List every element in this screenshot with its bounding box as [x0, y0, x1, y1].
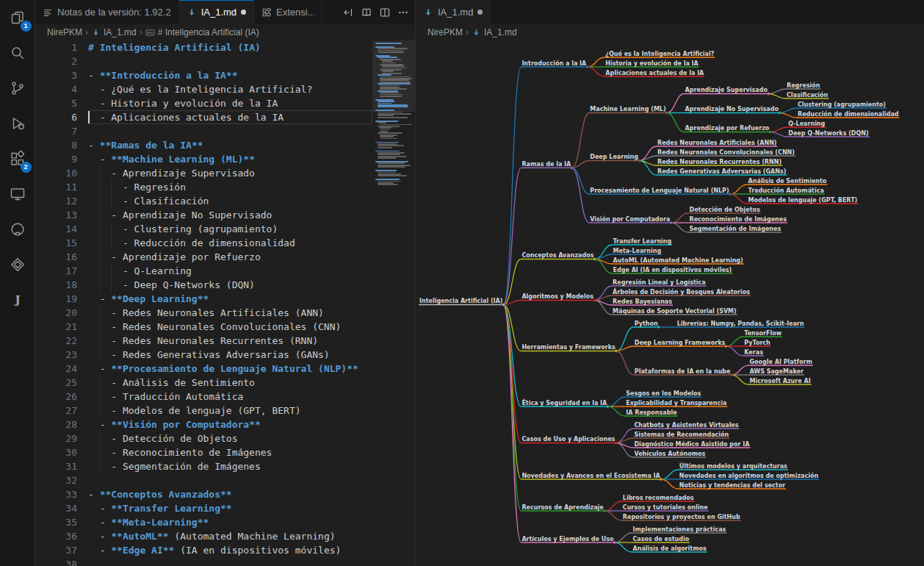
- code-line[interactable]: - ¿Qué es la Inteligencia Artificial?: [88, 82, 372, 96]
- code-line[interactable]: - Clasificación: [88, 194, 372, 208]
- mindmap-node-label[interactable]: Repositorios y proyectos en GitHub: [623, 514, 740, 520]
- mindmap-node-label[interactable]: Regresión Lineal y Logística: [613, 279, 706, 286]
- mindmap-node-label[interactable]: Meta-Learning: [613, 248, 662, 254]
- markdown-editor[interactable]: 1234567891011121314151617181920212223242…: [35, 40, 415, 566]
- mindmap-node-toggle[interactable]: [613, 541, 616, 544]
- mindmap-node-label[interactable]: Segmentación de Imágenes: [690, 225, 782, 232]
- more-actions-button[interactable]: [394, 3, 412, 21]
- mindmap-node-label[interactable]: Introducción a la IA: [521, 60, 587, 67]
- code-line[interactable]: - Aprendizaje Supervisado: [88, 166, 372, 180]
- mindmap-node-toggle[interactable]: [606, 405, 609, 408]
- mindmap-node-label[interactable]: Modelos de lenguaje (GPT, BERT): [748, 197, 858, 204]
- mindmap-node-label[interactable]: AutoML (Automated Machine Learning): [613, 257, 743, 264]
- mindmap-node-label[interactable]: Árboles de Decisión y Bosques Aleatorios: [613, 287, 750, 295]
- mindmap-node-label[interactable]: Conceptos Avanzados: [521, 252, 593, 259]
- mindmap-node-label[interactable]: Casos de Uso y Aplicaciones: [521, 436, 615, 443]
- mindmap-canvas[interactable]: Inteligencia Artificial (IA)Introducción…: [416, 40, 923, 566]
- code-line[interactable]: - Análisis de Sentimiento: [88, 376, 372, 390]
- mindmap-node-label[interactable]: Implementaciones prácticas: [633, 526, 726, 533]
- open-changes-button[interactable]: [339, 3, 357, 21]
- mindmap-node-label[interactable]: Librerías: Numpy, Pandas, Scikit-learn: [677, 320, 804, 327]
- mindmap-node-label[interactable]: Redes Bayesianas: [613, 298, 672, 305]
- mindmap-node-toggle[interactable]: [657, 326, 660, 329]
- mindmap-node-label[interactable]: Plataformas de IA en la nube: [635, 368, 731, 375]
- mindmap-node-label[interactable]: Procesamiento de Lenguaje Natural (NLP): [590, 187, 729, 194]
- code-line[interactable]: - Redes Neuronales Convolucionales (CNN): [88, 320, 372, 334]
- code-line[interactable]: [88, 124, 372, 138]
- activity-source-control-button[interactable]: [0, 71, 35, 106]
- code-line[interactable]: - Segmentación de Imágenes: [88, 459, 372, 473]
- mindmap-node-label[interactable]: Keras: [744, 349, 763, 356]
- mindmap-node-label[interactable]: Ramas de la IA: [521, 161, 571, 168]
- mindmap-node-label[interactable]: Chatbots y Asistentes Virtuales: [634, 422, 738, 429]
- mindmap-node-label[interactable]: Deep Learning: [590, 154, 638, 160]
- mindmap-node-toggle[interactable]: [614, 441, 617, 444]
- mindmap-node-label[interactable]: Libros recomendados: [623, 495, 694, 501]
- modified-dot[interactable]: [477, 10, 483, 15]
- activity-ext-diamond-button[interactable]: [0, 247, 35, 282]
- modified-dot[interactable]: [241, 10, 246, 15]
- mindmap-node-label[interactable]: Microsoft Azure AI: [750, 378, 811, 384]
- mindmap-node-toggle[interactable]: [729, 193, 732, 196]
- tab-extensi[interactable]: Extensi...: [254, 0, 322, 24]
- mindmap-node-label[interactable]: Reconocimiento de Imágenes: [690, 216, 787, 223]
- code-line[interactable]: - Reconocimiento de Imágenes: [88, 445, 372, 459]
- code-line[interactable]: - **Meta-Learning**: [88, 515, 372, 529]
- mindmap-node-label[interactable]: Análisis de Sentimiento: [748, 178, 827, 185]
- code-line[interactable]: [88, 54, 372, 68]
- code-line[interactable]: # Inteligencia Artificial (IA): [88, 40, 372, 54]
- mindmap-node-label[interactable]: Casos de estudio: [633, 536, 690, 542]
- mindmap-node-label[interactable]: AWS SageMaker: [750, 368, 804, 375]
- mindmap-node-toggle[interactable]: [767, 92, 770, 95]
- mindmap-node-label[interactable]: Clustering (agrupamiento): [798, 101, 886, 108]
- mindmap-node-toggle[interactable]: [585, 65, 588, 68]
- mindmap-node-label[interactable]: ¿Qué es la Inteligencia Artificial?: [605, 50, 714, 57]
- mindmap-node-label[interactable]: TensorFlow: [744, 330, 782, 337]
- code-line[interactable]: - **Ramas de la IA**: [88, 138, 372, 152]
- mindmap-node-label[interactable]: Artículos y Ejemplos de Uso: [521, 536, 614, 542]
- code-line[interactable]: - Aplicaciones actuales de la IA: [88, 110, 372, 124]
- mindmap-node-label[interactable]: Regresión: [787, 82, 820, 89]
- mindmap-node-label[interactable]: Sistemas de Recomendación: [634, 431, 729, 438]
- mindmap-node-toggle[interactable]: [570, 166, 573, 169]
- mindmap-node-toggle[interactable]: [665, 111, 668, 114]
- mindmap-node-label[interactable]: Google AI Platform: [750, 359, 812, 365]
- breadcrumb-item-ia-1-md[interactable]: IA_1.md: [91, 27, 137, 37]
- mindmap-node-label[interactable]: Aprendizaje Supervisado: [685, 87, 768, 93]
- mindmap-node-label[interactable]: PyTorch: [744, 340, 770, 346]
- code-line[interactable]: - Deep Q-Networks (DQN): [88, 278, 372, 292]
- code-line[interactable]: - Redes Neuronales Artificiales (ANN): [88, 306, 372, 320]
- mindmap-node-label[interactable]: Explicabilidad y Transparencia: [626, 400, 726, 406]
- breadcrumb-item-nirepkm[interactable]: NirePKM: [47, 27, 82, 37]
- breadcrumb-item-ia-1-md[interactable]: IA_1.md: [472, 27, 517, 37]
- mindmap-node-label[interactable]: Redes Neuronales Artificiales (ANN): [657, 140, 776, 146]
- mindmap-node-label[interactable]: Redes Generativas Adversarias (GANs): [657, 168, 786, 175]
- code-line[interactable]: - **Machine Learning (ML)**: [88, 152, 372, 166]
- mindmap-node-label[interactable]: Aprendizaje por Refuerzo: [685, 125, 770, 132]
- mindmap-node-toggle[interactable]: [638, 159, 640, 162]
- breadcrumb-item-nirepkm[interactable]: NirePKM: [427, 27, 463, 37]
- code-line[interactable]: - Aprendizaje No Supervisado: [88, 208, 372, 222]
- mindmap-node-toggle[interactable]: [593, 298, 596, 301]
- mindmap-node-label[interactable]: Vehículos Autónomos: [634, 450, 705, 457]
- mindmap-node-toggle[interactable]: [660, 478, 663, 481]
- mindmap-node-label[interactable]: Cursos y tutoriales online: [623, 504, 708, 511]
- mindmap-node-label[interactable]: Redes Neuronales Recurrentes (RNN): [657, 159, 782, 165]
- mindmap-node-label[interactable]: Sesgos en los Modelos: [626, 390, 701, 397]
- mindmap-node-label[interactable]: Clasificación: [787, 91, 829, 98]
- mindmap-node-toggle[interactable]: [669, 221, 672, 224]
- code-line[interactable]: - Aprendizaje por Refuerzo: [88, 250, 372, 264]
- breadcrumb-item-inteligencia-artificial-ia[interactable]: # Inteligencia Artificial (IA): [145, 27, 259, 37]
- mindmap-node-label[interactable]: Python: [635, 320, 658, 327]
- code-line[interactable]: - **Visión por Computadora**: [88, 418, 372, 431]
- mindmap-node-label[interactable]: Deep Learning Frameworks: [635, 340, 726, 346]
- activity-search-button[interactable]: [0, 35, 35, 71]
- mindmap-node-label[interactable]: Aplicaciones actuales de la IA: [605, 70, 704, 76]
- mindmap-node-label[interactable]: Historia y evolución de la IA: [605, 60, 699, 67]
- mindmap-node-label[interactable]: Q-Learning: [788, 121, 825, 127]
- mindmap-node-toggle[interactable]: [729, 373, 732, 376]
- tab-ia-1-md[interactable]: IA_1.md: [179, 0, 254, 24]
- tab-ia-1-md[interactable]: IA_1.md: [416, 0, 491, 24]
- tab-notas-de-la-versi-n-1-92-2[interactable]: Notas de la versión: 1.92.2: [35, 0, 179, 24]
- code-line[interactable]: - **Deep Learning**: [88, 292, 372, 306]
